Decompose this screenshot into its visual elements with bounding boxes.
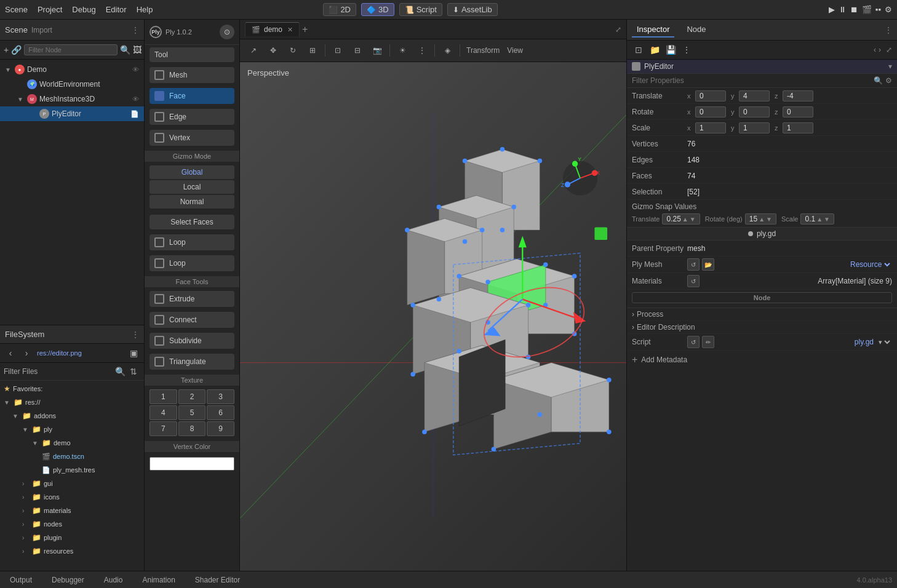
mode-2d-btn[interactable]: ⬛ 2D [323,3,356,16]
scale-z-value[interactable]: 1 [783,122,813,133]
ply-mesh-refresh-btn[interactable]: ↺ [687,258,700,271]
loop1-btn[interactable]: Loop [150,234,234,250]
fs-back-btn[interactable]: ‹ [4,346,17,360]
tree-item-worldenv[interactable]: 🌍 WorldEnvironment [0,77,144,92]
snap-rotate-up[interactable]: ▲ [759,216,765,223]
materials-refresh-btn[interactable]: ↺ [687,275,700,287]
bottom-tab-debugger[interactable]: Debugger [47,574,89,586]
subdivide-btn[interactable]: Subdivide [150,333,234,349]
fs-layout-icon[interactable]: ▣ [127,346,140,360]
insp-nav-forward[interactable]: › [879,46,881,54]
texture-btn-9[interactable]: 9 [207,421,234,436]
fs-demo-tscn[interactable]: 🎬 demo.tscn [0,450,144,463]
edge-btn[interactable]: Edge [150,109,234,125]
layout1-icon[interactable]: ▪▪ [875,5,881,14]
menu-debug[interactable]: Debug [72,5,95,14]
tab-close-btn[interactable]: ✕ [287,26,293,34]
scene-panel-menu-icon[interactable]: ⋮ [132,26,139,34]
select-faces-btn[interactable]: Select Faces [150,215,234,229]
scale-y-value[interactable]: 1 [739,122,770,133]
texture-btn-4[interactable]: 4 [150,405,177,420]
vp-scale-icon[interactable]: ⊞ [304,42,321,59]
mode-script-btn[interactable]: 📜 Script [399,3,442,16]
insp-folder-icon[interactable]: 📁 [648,43,661,57]
menu-editor[interactable]: Editor [106,5,127,14]
viewport-canvas[interactable]: Perspective [240,62,626,571]
fs-plugin[interactable]: › 📁 plugin [0,531,144,544]
menu-project[interactable]: Project [38,5,62,14]
scene-search-icon[interactable]: 🔍 [120,43,130,57]
fs-icons[interactable]: › 📁 icons [0,490,144,504]
vp-grid-icon[interactable]: ⊟ [349,42,366,59]
vp-material-icon[interactable]: ◈ [439,42,456,59]
process-section[interactable]: › Process [627,308,897,321]
texture-btn-2[interactable]: 2 [178,389,206,404]
tree-item-demo[interactable]: ▼ ● Demo 👁 [0,62,144,77]
movie-icon[interactable]: 🎬 [862,5,872,14]
editor-desc-section[interactable]: › Editor Description [627,321,897,334]
local-btn[interactable]: Local [150,180,234,194]
scene-toolbar-icon[interactable]: 🖼 [133,43,142,57]
menu-help[interactable]: Help [137,5,153,14]
face-btn[interactable]: Face [150,88,234,104]
tree-item-mesh3d[interactable]: ▼ M MeshInstance3D 👁 [0,92,144,106]
snap-scale-value[interactable]: 0.1 ▲ ▼ [800,213,834,224]
fs-ply[interactable]: ▼ 📁 ply [0,423,144,436]
insp-save-icon[interactable]: 💾 [664,43,677,57]
texture-btn-6[interactable]: 6 [207,405,234,420]
normal-btn[interactable]: Normal [150,195,234,209]
fs-sort-icon[interactable]: ⇅ [127,365,140,378]
github-icon[interactable]: ⊙ [220,25,234,39]
vp-light-icon[interactable]: ☀ [394,42,411,59]
tool-btn[interactable]: Tool [150,47,234,62]
snap-translate-up[interactable]: ▲ [682,216,688,223]
snap-translate-value[interactable]: 0.25 ▲ ▼ [662,213,700,224]
texture-btn-1[interactable]: 1 [150,389,177,404]
snap-rotate-down[interactable]: ▼ [766,216,772,223]
fs-addons[interactable]: ▼ 📁 addons [0,409,144,423]
snap-translate-down[interactable]: ▼ [690,216,696,223]
fs-ply-mesh[interactable]: 📄 ply_mesh.tres [0,463,144,477]
fs-search-icon[interactable]: 🔍 [113,365,127,378]
insp-more-icon[interactable]: ⋮ [680,43,693,57]
script-edit-btn[interactable]: ✏ [702,336,714,348]
stop-icon[interactable]: ⏹ [850,5,858,14]
bottom-tab-output[interactable]: Output [5,574,37,586]
rotate-y-value[interactable]: 0 [739,106,770,117]
transform-label[interactable]: Transform [466,46,500,55]
rotate-x-value[interactable]: 0 [695,106,726,117]
color-swatch[interactable] [150,457,234,471]
triangulate-btn[interactable]: Triangulate [150,354,234,370]
rotate-z-value[interactable]: 0 [783,106,813,117]
vp-camera-icon[interactable]: 📷 [369,42,386,59]
fs-forward-btn[interactable]: › [20,346,33,360]
translate-x-value[interactable]: 0 [695,90,726,101]
bottom-tab-audio[interactable]: Audio [99,574,128,586]
vp-select-icon[interactable]: ↗ [245,42,262,59]
insp-nav-back[interactable]: ‹ [874,46,876,54]
node-tab[interactable]: Node [682,22,711,38]
texture-btn-8[interactable]: 8 [178,421,206,436]
extrude-btn[interactable]: Extrude [150,291,234,307]
snap-rotate-value[interactable]: 15 ▲ ▼ [745,213,776,224]
snap-scale-down[interactable]: ▼ [824,216,830,223]
inspector-menu-icon[interactable]: ⋮ [885,26,892,34]
texture-btn-3[interactable]: 3 [207,389,234,404]
translate-z-value[interactable]: -4 [783,90,813,101]
texture-btn-5[interactable]: 5 [178,405,206,420]
loop2-btn[interactable]: Loop [150,255,234,271]
layout2-icon[interactable]: ⚙ [885,5,892,14]
snap-scale-up[interactable]: ▲ [816,216,823,223]
plyeditor-dropdown[interactable]: ▾ [888,62,892,71]
viewport-expand-icon[interactable]: ⤢ [615,25,621,34]
tree-item-plyeditor[interactable]: P PlyEditor 📄 [0,106,144,121]
inspector-tab[interactable]: Inspector [632,22,674,38]
scene-link-btn[interactable]: 🔗 [11,43,22,57]
bottom-tab-animation[interactable]: Animation [137,574,180,586]
mesh-btn[interactable]: Mesh [150,67,234,83]
tab-add-btn[interactable]: + [302,24,308,35]
script-dropdown[interactable]: ▾ [876,338,892,346]
tree-eye-demo[interactable]: 👁 [132,66,139,73]
fs-gui[interactable]: › 📁 gui [0,477,144,490]
add-metadata-btn[interactable]: + Add Metadata [627,351,897,369]
